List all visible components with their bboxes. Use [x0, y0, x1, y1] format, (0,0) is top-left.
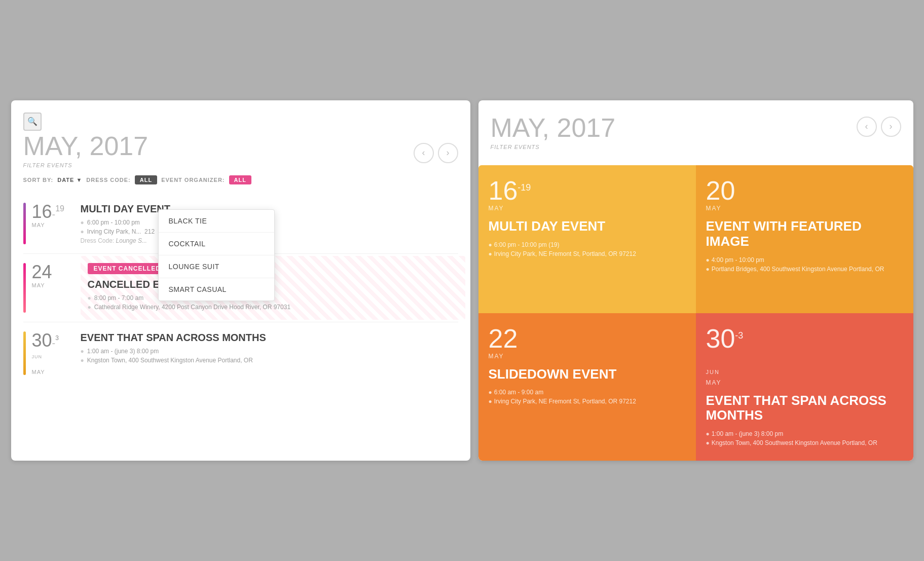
grid-cell-span[interactable]: 30-3JUN MAY EVENT THAT SPAN ACROSS MONTH… [696, 313, 913, 461]
location-icon-cancelled: ● [88, 304, 91, 311]
clock-icon-span: ● [81, 348, 84, 355]
gc-location-3: ● Irving City Park, NE Fremont St, Portl… [489, 398, 686, 405]
cancelled-badge: EVENT CANCELLED [88, 263, 167, 274]
gc-date-2: 20 [706, 177, 903, 204]
dress-code-label: DRESS CODE: [86, 177, 130, 183]
organizer-label: EVENT ORGANIZER: [161, 177, 225, 183]
dress-code-dropdown: BLACK TIE COCKTAIL LOUNGE SUIT SMART CAS… [158, 209, 275, 301]
right-next-month-button[interactable]: › [881, 117, 901, 137]
gc-clock-icon-4: ● [706, 430, 710, 437]
accent-bar-span [23, 331, 26, 375]
gc-loc-icon-4: ● [706, 439, 710, 446]
event-content-span: EVENT THAT SPAN ACROSS MONTHS ● 1:00 am … [81, 331, 458, 366]
gc-clock-icon-3: ● [489, 389, 492, 396]
search-button[interactable]: 🔍 [23, 113, 42, 131]
gc-date-1: 16-19 [489, 177, 686, 204]
organizer-filter-button[interactable]: ALL [229, 175, 251, 184]
gc-title-4: EVENT THAT SPAN ACROSS MONTHS [706, 393, 903, 424]
events-grid: 16-19 MAY MULTI DAY EVENT ● 6:00 pm - 10… [478, 165, 913, 461]
gc-loc-icon-1: ● [489, 250, 492, 257]
gc-location-1: ● Irving City Park, NE Fremont St, Portl… [489, 250, 686, 257]
event-date-cancelled: 24 MAY [32, 263, 72, 288]
next-month-button[interactable]: › [438, 143, 458, 163]
right-month-title: MAY, 2017 [491, 115, 616, 141]
dropdown-item-black-tie[interactable]: BLACK TIE [159, 210, 274, 233]
gc-month-2: MAY [706, 205, 903, 212]
gc-date-4: 30-3JUN [706, 325, 903, 378]
gc-time-2: ● 4:00 pm - 10:00 pm [706, 256, 903, 264]
gc-title-3: SLIDEDOWN EVENT [489, 367, 686, 382]
dropdown-item-cocktail[interactable]: COCKTAIL [159, 233, 274, 255]
gc-loc-icon-3: ● [489, 398, 492, 405]
gc-location-4: ● Kngston Town, 400 Southwest Kingston A… [706, 439, 903, 446]
grid-cell-multi-day[interactable]: 16-19 MAY MULTI DAY EVENT ● 6:00 pm - 10… [478, 165, 696, 313]
event-location-cancelled: ● Cathedral Ridge Winery, 4200 Post Cany… [88, 304, 458, 311]
event-date: 16-19 MAY [32, 203, 72, 228]
gc-date-3: 22 [489, 325, 686, 352]
sort-by-label: SORT BY: [23, 177, 54, 183]
gc-title-1: MULTI DAY EVENT [489, 219, 686, 234]
clock-icon-cancelled: ● [88, 294, 91, 302]
gc-clock-icon-1: ● [489, 241, 492, 248]
grid-cell-slidedown[interactable]: 22 MAY SLIDEDOWN EVENT ● 6:00 am - 9:00 … [478, 313, 696, 461]
left-month-title: MAY, 2017 [23, 133, 149, 159]
dropdown-item-smart-casual[interactable]: SMART CASUAL [159, 278, 274, 301]
gc-time-4: ● 1:00 am - (june 3) 8:00 pm [706, 430, 903, 437]
right-filter-label: FILTER EVENTS [491, 144, 616, 150]
accent-bar [23, 203, 26, 244]
right-prev-month-button[interactable]: ‹ [857, 117, 877, 137]
event-title-span: EVENT THAT SPAN ACROSS MONTHS [81, 331, 458, 344]
gc-loc-icon-2: ● [706, 266, 710, 273]
sort-date-button[interactable]: DATE ▼ [57, 177, 82, 183]
accent-bar-cancelled [23, 263, 26, 313]
location-icon: ● [81, 228, 84, 235]
event-date-span: 30-3JUN MAY [32, 331, 72, 375]
sort-chevron-icon: ▼ [76, 177, 82, 183]
event-location-span: ● Kngston Town, 400 Southwest Kingston A… [81, 357, 458, 364]
grid-cell-featured[interactable]: 20 MAY EVENT WITH FEATURED IMAGE ● 4:00 … [696, 165, 913, 313]
gc-clock-icon-2: ● [706, 256, 710, 264]
event-time-span: ● 1:00 am - (june 3) 8:00 pm [81, 348, 458, 355]
gc-time-1: ● 6:00 pm - 10:00 pm (19) [489, 241, 686, 248]
gc-month-1: MAY [489, 205, 686, 212]
prev-month-button[interactable]: ‹ [414, 143, 434, 163]
gc-title-2: EVENT WITH FEATURED IMAGE [706, 219, 903, 249]
gc-location-2: ● Portland Bridges, 400 Southwest Kingst… [706, 266, 903, 273]
search-icon: 🔍 [27, 117, 38, 126]
clock-icon: ● [81, 219, 84, 226]
dress-code-filter-button[interactable]: ALL [135, 175, 157, 184]
location-icon-span: ● [81, 357, 84, 364]
event-item-span: 30-3JUN MAY EVENT THAT SPAN ACROSS MONTH… [23, 322, 458, 384]
left-filter-label: FILTER EVENTS [23, 162, 149, 168]
gc-month-4: MAY [706, 379, 903, 386]
gc-month-3: MAY [489, 353, 686, 360]
dropdown-item-lounge-suit[interactable]: LOUNGE SUIT [159, 255, 274, 278]
gc-time-3: ● 6:00 am - 9:00 am [489, 389, 686, 396]
